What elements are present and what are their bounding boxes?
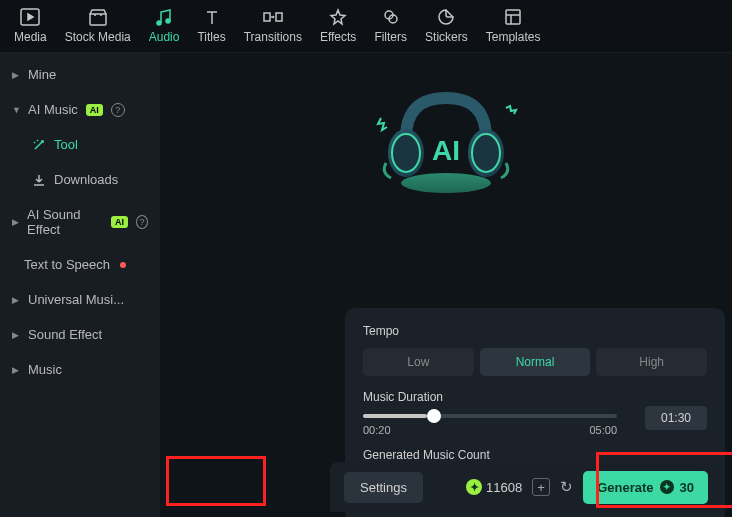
ai-headphones-illustration: AI — [346, 63, 546, 223]
chevron-down-icon: ▼ — [12, 105, 20, 115]
sidebar-item-ai-music[interactable]: ▼AI MusicAI? — [0, 92, 160, 127]
shop-icon — [87, 6, 109, 28]
add-credits-button[interactable]: + — [532, 478, 550, 496]
tempo-high-button[interactable]: High — [596, 348, 707, 376]
filters-icon — [380, 6, 402, 28]
sidebar-item-downloads[interactable]: Downloads — [0, 162, 160, 197]
count-label: Generated Music Count — [363, 448, 707, 462]
tempo-segmented-control: Low Normal High — [363, 348, 707, 376]
tab-stickers[interactable]: Stickers — [425, 6, 468, 44]
highlight-box — [166, 456, 266, 506]
settings-button[interactable]: Settings — [344, 472, 423, 503]
text-icon — [201, 6, 223, 28]
tempo-normal-button[interactable]: Normal — [480, 348, 591, 376]
music-icon — [153, 6, 175, 28]
sidebar-item-tool[interactable]: Tool — [0, 127, 160, 162]
wand-icon — [32, 138, 46, 152]
templates-icon — [502, 6, 524, 28]
duration-label: Music Duration — [363, 390, 707, 404]
svg-rect-4 — [276, 13, 282, 21]
duration-slider[interactable]: 01:30 — [363, 414, 707, 418]
play-icon — [19, 6, 41, 28]
sidebar-item-universal-music[interactable]: ▶Universal Musi... — [0, 282, 160, 317]
svg-point-2 — [166, 19, 170, 23]
tab-effects[interactable]: Effects — [320, 6, 356, 44]
svg-point-10 — [472, 134, 500, 172]
tab-audio[interactable]: Audio — [149, 6, 180, 44]
tempo-label: Tempo — [363, 324, 707, 338]
effects-icon — [327, 6, 349, 28]
generate-button[interactable]: Generate ✦ 30 — [583, 471, 708, 504]
stickers-icon — [435, 6, 457, 28]
tempo-low-button[interactable]: Low — [363, 348, 474, 376]
notification-dot — [120, 262, 126, 268]
sidebar-item-mine[interactable]: ▶Mine — [0, 57, 160, 92]
sidebar-item-music[interactable]: ▶Music — [0, 352, 160, 387]
sidebar-item-sound-effect[interactable]: ▶Sound Effect — [0, 317, 160, 352]
chevron-right-icon: ▶ — [12, 295, 20, 305]
duration-value: 01:30 — [645, 406, 707, 430]
svg-point-1 — [157, 21, 161, 25]
top-tabs: Media Stock Media Audio Titles Transitio… — [0, 0, 732, 53]
help-icon[interactable]: ? — [136, 215, 148, 229]
ai-badge: AI — [111, 216, 128, 228]
svg-point-11 — [392, 134, 420, 172]
svg-text:AI: AI — [432, 135, 460, 166]
download-icon — [32, 173, 46, 187]
tab-transitions[interactable]: Transitions — [244, 6, 302, 44]
coin-icon: ✦ — [660, 480, 674, 494]
content-area: AI Tempo Low Normal High Music Duration … — [160, 53, 732, 517]
coin-icon: ✦ — [466, 479, 482, 495]
svg-rect-7 — [506, 10, 520, 24]
tab-templates[interactable]: Templates — [486, 6, 541, 44]
transitions-icon — [262, 6, 284, 28]
chevron-right-icon: ▶ — [12, 330, 20, 340]
credits-display: ✦ 11608 — [466, 479, 522, 495]
tab-filters[interactable]: Filters — [374, 6, 407, 44]
bottom-bar: Settings ✦ 11608 + ↻ Generate ✦ 30 — [330, 462, 722, 512]
sidebar-item-ai-sound-effect[interactable]: ▶AI Sound EffectAI? — [0, 197, 160, 247]
svg-rect-3 — [264, 13, 270, 21]
chevron-right-icon: ▶ — [12, 365, 20, 375]
sidebar: ▶Mine ▼AI MusicAI? Tool Downloads ▶AI So… — [0, 53, 160, 517]
chevron-right-icon: ▶ — [12, 70, 20, 80]
tab-media[interactable]: Media — [14, 6, 47, 44]
sidebar-item-text-to-speech[interactable]: Text to Speech — [0, 247, 160, 282]
ai-badge: AI — [86, 104, 103, 116]
tab-titles[interactable]: Titles — [197, 6, 225, 44]
tab-stock-media[interactable]: Stock Media — [65, 6, 131, 44]
svg-point-12 — [401, 173, 491, 193]
refresh-button[interactable]: ↻ — [560, 478, 573, 496]
help-icon[interactable]: ? — [111, 103, 125, 117]
chevron-right-icon: ▶ — [12, 217, 19, 227]
